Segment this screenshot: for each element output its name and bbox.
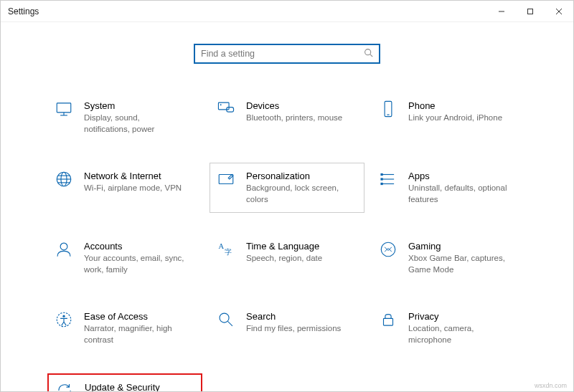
tile-text: Update & Security Windows Update, recove…: [85, 381, 185, 392]
tile-desc: Xbox Game Bar, captures, Game Mode: [408, 253, 509, 275]
svg-point-31: [62, 315, 65, 317]
phone-icon: [378, 99, 398, 119]
tile-title: Search: [246, 311, 341, 322]
tile-desc: Background, lock screen, colors: [246, 183, 347, 205]
ease-of-access-icon: [54, 310, 74, 330]
svg-point-26: [60, 243, 67, 250]
network-icon: [54, 169, 74, 189]
svg-point-11: [220, 105, 221, 105]
svg-rect-12: [385, 101, 392, 116]
tile-desc: Narrator, magnifier, high contrast: [84, 323, 184, 345]
tile-search[interactable]: Search Find my files, permissions: [210, 303, 364, 353]
system-icon: [54, 99, 74, 119]
svg-point-29: [381, 242, 395, 257]
tile-title: Time & Language: [246, 241, 322, 252]
privacy-icon: [378, 310, 398, 330]
tile-title: Phone: [408, 100, 502, 111]
tile-text: Search Find my files, permissions: [246, 310, 341, 335]
tile-accounts[interactable]: Accounts Your accounts, email, sync, wor…: [47, 233, 202, 283]
tile-network[interactable]: Network & Internet Wi-Fi, airplane mode,…: [47, 163, 202, 213]
tile-gaming[interactable]: Gaming Xbox Game Bar, captures, Game Mod…: [372, 233, 527, 283]
svg-line-5: [370, 54, 372, 57]
tile-phone[interactable]: Phone Link your Android, iPhone: [372, 92, 527, 143]
search-wrap: [47, 44, 527, 64]
close-button[interactable]: [545, 1, 573, 22]
tile-desc: Speech, region, date: [246, 253, 322, 264]
tile-title: Gaming: [408, 241, 509, 252]
tile-time-language[interactable]: A字 Time & Language Speech, region, date: [210, 233, 364, 283]
devices-icon: [216, 99, 236, 119]
tile-text: Personalization Background, lock screen,…: [246, 169, 347, 205]
svg-rect-6: [57, 103, 71, 113]
tile-title: Devices: [246, 100, 342, 111]
svg-rect-23: [380, 173, 382, 176]
tile-title: Apps: [408, 171, 509, 181]
tile-desc: Bluetooth, printers, mouse: [246, 113, 342, 124]
svg-rect-1: [528, 9, 533, 14]
window-title: Settings: [8, 6, 487, 16]
tile-title: Personalization: [246, 171, 347, 181]
tile-title: Update & Security: [85, 382, 185, 392]
tile-text: Network & Internet Wi-Fi, airplane mode,…: [84, 169, 182, 194]
tile-text: System Display, sound, notifications, po…: [84, 99, 184, 135]
content-area: System Display, sound, notifications, po…: [1, 22, 573, 392]
tile-text: Phone Link your Android, iPhone: [408, 99, 502, 124]
tile-title: Network & Internet: [84, 171, 182, 181]
update-security-icon: [55, 381, 75, 392]
tile-desc: Location, camera, microphone: [408, 323, 509, 345]
tile-desc: Wi-Fi, airplane mode, VPN: [84, 183, 182, 194]
tile-desc: Link your Android, iPhone: [408, 113, 502, 124]
tile-title: System: [84, 100, 184, 111]
tile-ease-of-access[interactable]: Ease of Access Narrator, magnifier, high…: [47, 303, 202, 353]
svg-text:字: 字: [225, 248, 232, 256]
watermark: wsxdn.com: [535, 382, 567, 389]
tile-text: Time & Language Speech, region, date: [246, 239, 322, 264]
svg-point-32: [220, 313, 229, 322]
svg-point-4: [365, 49, 371, 55]
tile-title: Privacy: [408, 311, 509, 322]
search-tile-icon: [216, 310, 236, 330]
settings-grid: System Display, sound, notifications, po…: [47, 92, 527, 392]
tile-desc: Uninstall, defaults, optional features: [408, 183, 509, 205]
tile-personalization[interactable]: Personalization Background, lock screen,…: [210, 163, 364, 213]
search-box[interactable]: [194, 44, 380, 64]
search-input[interactable]: [201, 49, 364, 59]
tile-title: Ease of Access: [84, 311, 184, 322]
svg-line-33: [227, 321, 232, 326]
tile-devices[interactable]: Devices Bluetooth, printers, mouse: [210, 92, 364, 143]
tile-text: Privacy Location, camera, microphone: [408, 310, 509, 345]
personalization-icon: [216, 169, 236, 189]
tile-desc: Find my files, permissions: [246, 323, 341, 335]
tile-title: Accounts: [84, 241, 184, 252]
gaming-icon: [378, 239, 398, 259]
tile-text: Accounts Your accounts, email, sync, wor…: [84, 239, 184, 275]
tile-apps[interactable]: Apps Uninstall, defaults, optional featu…: [372, 163, 527, 213]
tile-desc: Your accounts, email, sync, work, family: [84, 253, 184, 275]
svg-rect-9: [218, 102, 229, 110]
window-controls: [487, 1, 573, 22]
tile-system[interactable]: System Display, sound, notifications, po…: [47, 92, 202, 143]
time-language-icon: A字: [216, 239, 236, 259]
tile-text: Ease of Access Narrator, magnifier, high…: [84, 310, 184, 345]
svg-rect-34: [384, 318, 393, 325]
search-icon: [364, 48, 373, 59]
tile-text: Gaming Xbox Game Bar, captures, Game Mod…: [408, 239, 509, 275]
minimize-button[interactable]: [487, 1, 516, 22]
tile-text: Devices Bluetooth, printers, mouse: [246, 99, 342, 124]
svg-rect-25: [380, 183, 382, 185]
svg-rect-24: [380, 178, 382, 180]
accounts-icon: [54, 239, 74, 259]
svg-text:A: A: [218, 242, 224, 250]
titlebar: Settings: [1, 1, 573, 22]
tile-update-security[interactable]: Update & Security Windows Update, recove…: [47, 373, 202, 392]
tile-privacy[interactable]: Privacy Location, camera, microphone: [372, 303, 527, 353]
tile-desc: Display, sound, notifications, power: [84, 113, 184, 135]
maximize-button[interactable]: [516, 1, 545, 22]
tile-text: Apps Uninstall, defaults, optional featu…: [408, 169, 509, 205]
apps-icon: [378, 169, 398, 189]
